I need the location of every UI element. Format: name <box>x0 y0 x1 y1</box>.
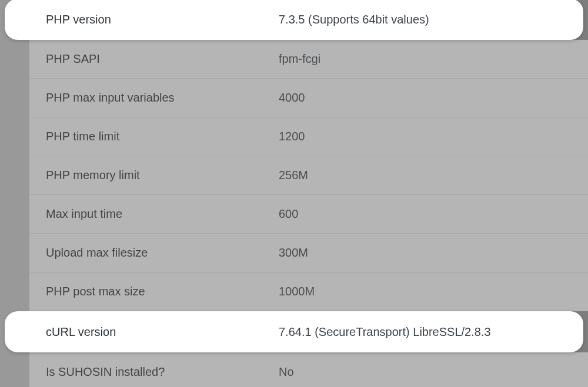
row-value: 4000 <box>279 91 305 105</box>
table-row: cURL version 7.64.1 (SecureTransport) Li… <box>5 311 583 352</box>
row-label: PHP version <box>46 13 279 26</box>
row-value: 1200 <box>279 130 305 143</box>
table-row: Upload max filesize 300M <box>29 234 588 272</box>
table-row: PHP memory limit 256M <box>29 156 588 195</box>
row-label: Upload max filesize <box>46 246 279 260</box>
row-value: 7.3.5 (Supports 64bit values) <box>279 13 429 26</box>
table-row: PHP time limit 1200 <box>29 117 588 156</box>
row-label: Is SUHOSIN installed? <box>46 365 279 379</box>
row-label: PHP post max size <box>46 285 279 298</box>
row-value: No <box>279 365 294 379</box>
table-row: PHP SAPI fpm-fcgi <box>29 40 588 79</box>
row-label: cURL version <box>46 325 279 339</box>
table-row: PHP max input variables 4000 <box>29 79 588 117</box>
row-label: PHP time limit <box>46 130 279 143</box>
row-value: fpm-fcgi <box>279 52 320 66</box>
system-info-table: PHP version 7.3.5 (Supports 64bit values… <box>29 0 588 387</box>
table-row: Max input time 600 <box>29 195 588 234</box>
row-label: PHP memory limit <box>46 169 279 182</box>
row-value: 600 <box>279 207 298 221</box>
row-label: PHP SAPI <box>46 52 279 66</box>
row-label: Max input time <box>46 207 279 221</box>
table-row: Is SUHOSIN installed? No <box>29 352 588 387</box>
table-row: PHP version 7.3.5 (Supports 64bit values… <box>5 0 583 40</box>
row-value: 300M <box>279 246 308 260</box>
row-value: 1000M <box>279 285 315 298</box>
row-value: 256M <box>279 169 308 182</box>
row-label: PHP max input variables <box>46 91 279 105</box>
row-value: 7.64.1 (SecureTransport) LibreSSL/2.8.3 <box>279 325 491 339</box>
table-row: PHP post max size 1000M <box>29 272 588 311</box>
